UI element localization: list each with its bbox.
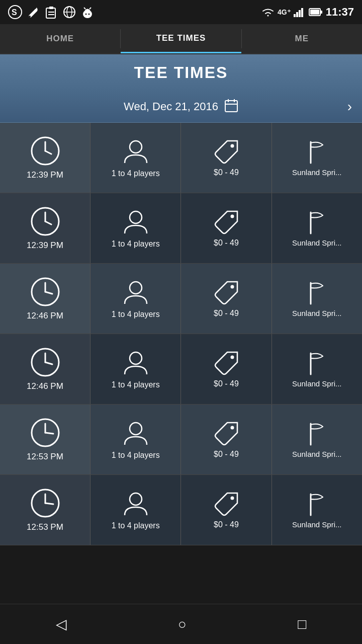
players-label: 1 to 4 players — [112, 239, 160, 249]
price-tag-icon — [213, 280, 239, 306]
clock-icon — [30, 206, 60, 236]
table-row[interactable]: 12:46 PM 1 to 4 players $0 - 49 Sunland … — [0, 334, 362, 405]
date-bar: Wed, Dec 21, 2016 › — [0, 91, 362, 123]
course-cell: Sunland Spri... — [272, 405, 362, 474]
svg-point-35 — [130, 211, 142, 223]
battery-icon — [309, 8, 323, 17]
price-cell: $0 - 49 — [181, 123, 272, 193]
players-label: 1 to 4 players — [112, 380, 160, 389]
time-cell: 12:53 PM — [0, 405, 90, 474]
person-icon — [122, 349, 150, 377]
price-cell: $0 - 49 — [181, 475, 272, 545]
person-icon — [122, 208, 150, 236]
svg-point-36 — [230, 214, 234, 218]
price-tag-icon — [213, 209, 239, 235]
svg-rect-20 — [310, 10, 319, 15]
time-cell: 12:39 PM — [0, 193, 90, 263]
clock-icon — [30, 418, 60, 448]
svg-line-40 — [45, 292, 52, 294]
price-label: $0 - 49 — [214, 450, 239, 459]
table-row[interactable]: 12:39 PM 1 to 4 players $0 - 49 Sunland … — [0, 193, 362, 264]
players-label: 1 to 4 players — [112, 310, 160, 319]
svg-point-41 — [130, 282, 142, 294]
course-label: Sunland Spri... — [292, 168, 341, 177]
time-label: 12:39 PM — [27, 170, 63, 180]
status-time: 11:37 — [326, 6, 354, 19]
course-label: Sunland Spri... — [292, 450, 341, 458]
date-text: Wed, Dec 21, 2016 — [124, 100, 218, 113]
svg-point-48 — [230, 355, 234, 359]
svg-rect-17 — [299, 10, 301, 17]
skype-icon: S — [8, 5, 22, 19]
course-label: Sunland Spri... — [292, 309, 341, 317]
android-icon — [80, 5, 95, 19]
svg-rect-18 — [301, 8, 303, 17]
svg-point-30 — [230, 144, 234, 147]
svg-point-53 — [130, 423, 142, 435]
tab-home[interactable]: HOME — [0, 24, 120, 53]
svg-point-59 — [130, 493, 142, 505]
clock-icon — [30, 347, 60, 377]
players-cell: 1 to 4 players — [90, 334, 181, 404]
time-label: 12:39 PM — [27, 240, 63, 251]
clipboard-icon — [44, 5, 58, 19]
tab-tee-times[interactable]: TEE TIMES — [121, 24, 241, 53]
calendar-icon[interactable] — [224, 98, 238, 115]
course-cell: Sunland Spri... — [272, 264, 362, 334]
next-date-arrow[interactable]: › — [347, 99, 352, 115]
price-label: $0 - 49 — [214, 379, 239, 388]
tab-bar: HOME TEE TIMES ME — [0, 24, 362, 54]
tab-me[interactable]: ME — [242, 24, 362, 53]
time-label: 12:53 PM — [27, 522, 63, 532]
players-label: 1 to 4 players — [112, 451, 160, 460]
svg-rect-3 — [46, 8, 55, 18]
time-cell: 12:46 PM — [0, 334, 90, 404]
table-row[interactable]: 12:46 PM 1 to 4 players $0 - 49 Sunland … — [0, 264, 362, 334]
time-cell: 12:53 PM — [0, 475, 90, 545]
back-button[interactable]: ◁ — [41, 611, 82, 637]
price-label: $0 - 49 — [214, 168, 239, 177]
svg-line-13 — [84, 8, 85, 9]
price-cell: $0 - 49 — [181, 264, 272, 334]
course-cell: Sunland Spri... — [272, 123, 362, 193]
table-row[interactable]: 12:53 PM 1 to 4 players $0 - 49 Sunland … — [0, 475, 362, 545]
status-icons-right: 4G⁺ 11:37 — [261, 6, 354, 19]
svg-point-54 — [230, 426, 234, 429]
course-label: Sunland Spri... — [292, 520, 341, 529]
price-tag-icon — [213, 491, 239, 517]
signal-icon — [294, 7, 306, 17]
course-label: Sunland Spri... — [292, 379, 341, 388]
time-cell: 12:39 PM — [0, 123, 90, 193]
table-row[interactable]: 12:39 PM 1 to 4 players $0 - 49 Sunland … — [0, 123, 362, 193]
flag-icon — [304, 350, 330, 376]
course-cell: Sunland Spri... — [272, 475, 362, 545]
course-cell: Sunland Spri... — [272, 193, 362, 263]
time-cell: 12:46 PM — [0, 264, 90, 334]
clock-icon — [30, 136, 60, 166]
network-icon: 4G⁺ — [278, 8, 291, 16]
price-cell: $0 - 49 — [181, 193, 272, 263]
svg-line-52 — [45, 433, 53, 434]
clock-icon — [30, 488, 60, 518]
date-bar-inner: Wed, Dec 21, 2016 › — [0, 98, 362, 115]
players-cell: 1 to 4 players — [90, 193, 181, 263]
recents-button[interactable]: □ — [283, 611, 321, 637]
person-icon — [122, 138, 150, 166]
clock-icon — [30, 277, 60, 307]
svg-point-2 — [29, 16, 31, 18]
svg-point-42 — [230, 285, 234, 288]
flag-icon — [304, 280, 330, 306]
price-label: $0 - 49 — [214, 238, 239, 248]
wifi-icon — [261, 7, 275, 18]
svg-point-60 — [230, 496, 234, 500]
bottom-nav: ◁ ○ □ — [0, 604, 362, 644]
time-label: 12:46 PM — [27, 311, 63, 321]
table-row[interactable]: 12:53 PM 1 to 4 players $0 - 49 Sunland … — [0, 405, 362, 475]
status-bar: S — [0, 0, 362, 24]
tee-times-list: 12:39 PM 1 to 4 players $0 - 49 Sunland … — [0, 123, 362, 545]
players-label: 1 to 4 players — [112, 521, 160, 530]
players-label: 1 to 4 players — [112, 169, 160, 178]
flag-icon — [304, 209, 330, 235]
home-button[interactable]: ○ — [163, 611, 202, 637]
time-label: 12:53 PM — [27, 452, 63, 462]
